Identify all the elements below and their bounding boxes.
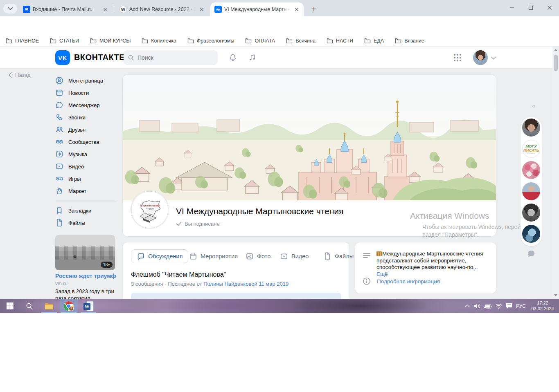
file-explorer-icon[interactable] <box>40 299 58 313</box>
scroll-up-arrow[interactable] <box>554 49 557 51</box>
discussions-card: Обсуждения Мероприятия Фото Видео Файлы … <box>123 242 349 299</box>
description-more-link[interactable]: Ещё <box>376 271 388 277</box>
user-icon <box>55 76 63 85</box>
sidebar-item-profile[interactable]: Моя страница <box>55 74 117 87</box>
description-lines-icon <box>363 253 371 258</box>
bookmark-folder[interactable]: НАСТЯ <box>327 38 353 44</box>
bookmark-folder[interactable]: МОИ КУРСЫ <box>90 38 131 44</box>
tab-videos[interactable]: Видео <box>280 249 309 263</box>
browser-tab-wordpress[interactable]: W Add New Resource ‹ 2022 - 2023 ✕ <box>115 2 209 16</box>
chrome-taskbar-icon[interactable] <box>60 299 78 313</box>
back-link[interactable]: Назад <box>8 72 30 78</box>
bookmark-folder[interactable]: Копилочка <box>142 38 176 44</box>
vk-search[interactable] <box>124 50 218 65</box>
sidebar-item-music[interactable]: Музыка <box>55 148 117 160</box>
bookmark-folder[interactable]: СТАТЬИ <box>50 38 79 44</box>
tab-search-button[interactable] <box>3 4 17 13</box>
start-button[interactable] <box>1 299 19 313</box>
wifi-icon[interactable] <box>493 299 504 313</box>
ad-title-link[interactable]: Россию ждет триумф <box>55 273 116 279</box>
browser-tab-vk-active[interactable]: VK VI Международные Мартыновские чтения … <box>210 2 304 16</box>
tab-photos[interactable]: Фото <box>246 249 270 263</box>
action-center-icon[interactable] <box>503 299 515 313</box>
dock-avatar-4[interactable] <box>522 182 540 200</box>
sidebar-item-communities[interactable]: Сообщества <box>55 136 117 148</box>
sidebar-item-market[interactable]: Маркет <box>55 185 117 197</box>
tab-title: Add New Resource ‹ 2022 - 2023 <box>129 7 196 12</box>
window-maximize-button[interactable] <box>521 0 540 16</box>
bookmark-folder[interactable]: ОПЛАТА <box>245 38 275 44</box>
detailed-info-link[interactable]: Подробная информация <box>377 278 440 284</box>
battery-icon[interactable] <box>482 299 494 313</box>
chevron-left-icon <box>8 72 12 78</box>
profile-chevron-icon[interactable] <box>491 56 496 60</box>
sidebar-item-bookmarks[interactable]: Закладки <box>55 204 117 217</box>
sidebar-item-news[interactable]: Новости <box>55 87 117 99</box>
file-icon <box>55 219 63 227</box>
tab-close-icon[interactable]: ✕ <box>293 6 300 13</box>
sidebar-item-messenger[interactable]: Мессенджер <box>55 99 117 111</box>
dock-avatar-5[interactable] <box>522 204 540 222</box>
sidebar-item-calls[interactable]: Звонки <box>55 111 117 123</box>
svg-text:чтения: чтения <box>146 207 155 210</box>
sidebar-item-games[interactable]: Игры <box>55 172 117 185</box>
tab-close-icon[interactable]: ✕ <box>198 6 205 13</box>
mailru-favicon: ✉ <box>23 6 30 13</box>
check-icon <box>176 222 182 226</box>
dock-avatar-2-logo[interactable]: МОГУ ПИСАТЬ <box>522 140 540 158</box>
discussion-title-link[interactable]: Флешмоб "Читаем Мартынова" <box>131 271 226 278</box>
scroll-down-arrow[interactable] <box>554 294 557 296</box>
ad-image[interactable]: 18+ <box>55 235 115 270</box>
taskbar-clock[interactable]: 17:22 03.02.2024 <box>529 300 557 311</box>
group-title: VI Международные Мартыновские чтения <box>176 206 343 216</box>
notifications-bell-icon[interactable] <box>228 53 237 62</box>
bookmark-folder[interactable]: Вязание <box>395 38 424 44</box>
create-discussion-button[interactable] <box>131 293 341 299</box>
sidebar-item-video[interactable]: Видео <box>55 160 117 172</box>
screen: ✉ Входящие - Почта Mail.ru ✕ W Add New R… <box>0 0 559 392</box>
dock-chat-bubble-icon[interactable] <box>527 250 535 258</box>
volume-icon[interactable] <box>471 299 483 313</box>
sidebar-item-friends[interactable]: Друзья <box>55 123 117 136</box>
apps-grid-icon[interactable] <box>453 54 462 62</box>
vk-logo[interactable]: VK <box>55 50 70 65</box>
gamepad-icon <box>55 175 63 183</box>
bookmark-folder[interactable]: Всячина <box>286 38 316 44</box>
word-taskbar-icon[interactable]: W <box>79 299 97 313</box>
browser-tab-mail[interactable]: ✉ Входящие - Почта Mail.ru ✕ <box>19 2 112 16</box>
page-scrollbar[interactable] <box>552 47 559 299</box>
bookmark-folder[interactable]: Фразеологизмы <box>187 38 234 44</box>
window-minimize-button[interactable] <box>503 0 521 16</box>
scrollbar-thumb[interactable] <box>554 55 558 71</box>
profile-avatar[interactable] <box>473 50 488 65</box>
taskbar-search-icon[interactable] <box>20 299 38 313</box>
friends-icon <box>55 125 63 134</box>
dock-avatar-3[interactable] <box>522 161 540 179</box>
music-service-icon <box>55 150 63 158</box>
tab-close-icon[interactable]: ✕ <box>101 6 109 13</box>
tab-files[interactable]: Файлы <box>323 249 354 263</box>
group-avatar[interactable]: Мартыновские чтения <box>131 191 169 228</box>
clock-time: 17:22 <box>529 300 557 306</box>
window-close-button[interactable] <box>540 0 559 16</box>
search-input[interactable] <box>137 54 207 61</box>
age-badge: 18+ <box>101 262 113 268</box>
collapse-dock-icon[interactable]: « <box>532 102 534 109</box>
ad-domain: vm.ru <box>55 281 68 287</box>
music-icon[interactable] <box>248 53 257 62</box>
dock-avatar-1[interactable] <box>522 119 540 137</box>
dock-avatar-6[interactable] <box>522 225 540 243</box>
bookmark-folder[interactable]: ГЛАВНОЕ <box>6 38 39 44</box>
chat-bubble-icon <box>55 101 63 109</box>
language-indicator[interactable]: РУС <box>514 299 528 313</box>
tab-events[interactable]: Мероприятия <box>189 249 238 263</box>
wordpress-favicon: W <box>119 6 127 13</box>
tab-title: Входящие - Почта Mail.ru <box>33 7 99 12</box>
bookmark-icon <box>55 206 63 215</box>
newspaper-icon <box>55 89 63 97</box>
sidebar-item-files[interactable]: Файлы <box>55 217 117 229</box>
discussion-author-link[interactable]: Полины Найденковой 11 мар 2019 <box>203 281 289 287</box>
new-tab-button[interactable]: + <box>309 4 319 14</box>
bookmark-folder[interactable]: ЕДА <box>364 38 384 44</box>
tab-discussions[interactable]: Обсуждения <box>131 249 188 263</box>
